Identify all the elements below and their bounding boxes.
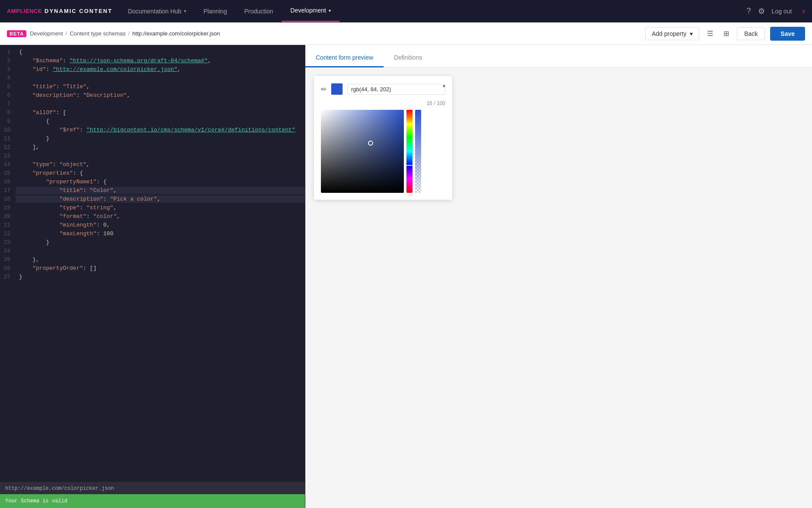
editor-panel: 1 { 2 "$schema": "http://json-schema.org… (0, 45, 305, 508)
logout-button[interactable]: Log out (772, 8, 792, 15)
validation-bar: Your Schema is valid (0, 494, 305, 508)
editor-line: 15 "properties": { (0, 169, 305, 178)
brand-dynamic-text: DYNAMIC CONTENT (44, 8, 112, 14)
preview-body: ✏ ▾ 16 / 100 (305, 67, 812, 508)
sub-header-right: Add property ▾ ☰ ⊞ Back Save (645, 27, 805, 41)
color-picker-header: ✏ ▾ (321, 83, 445, 95)
editor-line: 19 "type": "string", (0, 204, 305, 213)
back-button[interactable]: Back (737, 27, 765, 40)
brand-amplience-highlight: AMPLIENCE (7, 8, 42, 14)
add-property-button[interactable]: Add property ▾ (645, 27, 699, 40)
breadcrumb-current-url: http://example.com/colorpicker.json (132, 30, 220, 37)
editor-line: 18 "description": "Pick a color", (0, 195, 305, 204)
color-swatch[interactable] (331, 83, 343, 95)
color-picker-canvas (321, 110, 445, 193)
gear-icon[interactable]: ⚙ (758, 6, 765, 16)
color-picker-widget: ✏ ▾ 16 / 100 (314, 76, 452, 200)
preview-tabs: Content form preview Definitions (305, 45, 812, 67)
tab-content-form-preview[interactable]: Content form preview (305, 49, 384, 67)
eyedropper-icon[interactable]: ✏ (321, 85, 327, 93)
status-bar: http://example.com/colorpicker.json (0, 482, 305, 494)
nav-item-planning[interactable]: Planning (195, 0, 236, 22)
hue-slider[interactable] (406, 110, 412, 193)
editor-line: 26 "propertyOrder": [] (0, 265, 305, 273)
editor-line: 14 "type": "object", (0, 161, 305, 169)
tab-definitions[interactable]: Definitions (384, 49, 432, 67)
editor-line: 20 "format": "color", (0, 213, 305, 221)
color-gradient-canvas[interactable] (321, 110, 404, 193)
breadcrumb-content-type-schemas[interactable]: Content type schemas (70, 30, 125, 37)
editor-line: 24 (0, 247, 305, 256)
list-view-icon[interactable]: ☰ (704, 27, 716, 40)
sub-header-left: BETA Development / Content type schemas … (7, 30, 220, 37)
settings-sliders-icon[interactable]: ⊞ (721, 27, 732, 40)
main-content: 1 { 2 "$schema": "http://json-schema.org… (0, 45, 812, 508)
chevron-down-icon: ▾ (184, 9, 186, 13)
nav-right-actions: ? ⚙ Log out › (740, 6, 812, 16)
editor-line: 21 "minLength": 0, (0, 221, 305, 230)
validation-message: Your Schema is valid (5, 498, 67, 504)
editor-line: 17 "title": "Color", (0, 187, 305, 195)
breadcrumb-separator-1: / (66, 30, 67, 37)
chevron-down-icon[interactable]: ▾ (443, 83, 445, 89)
breadcrumb-separator-2: / (128, 30, 130, 37)
chevron-down-icon: ▾ (329, 8, 331, 13)
alpha-slider[interactable] (415, 110, 421, 193)
editor-line: 7 (0, 100, 305, 109)
hue-indicator (406, 165, 412, 166)
editor-line: 9 { (0, 118, 305, 126)
status-url: http://example.com/colorpicker.json (5, 486, 114, 492)
editor-line: 2 "$schema": "http://json-schema.org/dra… (0, 57, 305, 66)
sub-header: BETA Development / Content type schemas … (0, 22, 812, 45)
editor-line: 1 { (0, 48, 305, 57)
editor-line: 11 } (0, 135, 305, 144)
editor-line: 16 "propertyName1": { (0, 178, 305, 187)
nav-chevron-icon: › (802, 6, 805, 16)
save-button[interactable]: Save (770, 27, 805, 41)
editor-line: 13 (0, 152, 305, 161)
editor-line: 8 "allOf": [ (0, 109, 305, 118)
editor-line: 27 } (0, 273, 305, 282)
color-cursor[interactable] (368, 141, 373, 146)
editor-line: 23 } (0, 239, 305, 247)
chevron-down-icon: ▾ (690, 30, 693, 37)
editor-line: 22 "maxLength": 100 (0, 230, 305, 239)
color-value-input[interactable] (347, 84, 445, 95)
breadcrumb: Development / Content type schemas / htt… (30, 30, 220, 37)
top-navigation: AMPLIENCE DYNAMIC CONTENT Documentation … (0, 0, 812, 22)
breadcrumb-development[interactable]: Development (30, 30, 63, 37)
editor-line: 12 ], (0, 144, 305, 152)
char-counter: 16 / 100 (427, 100, 445, 106)
nav-item-documentation-hub[interactable]: Documentation Hub ▾ (119, 0, 195, 22)
brand-amplience-text: AMPLIENCE (7, 8, 42, 14)
beta-badge: BETA (7, 30, 26, 37)
preview-panel: Content form preview Definitions ✏ ▾ 16 … (305, 45, 812, 508)
editor-line: 5 "title": "Title", (0, 83, 305, 92)
nav-items: Documentation Hub ▾ Planning Production … (119, 0, 739, 22)
brand-logo: AMPLIENCE DYNAMIC CONTENT (0, 0, 119, 22)
counter-row: 16 / 100 (321, 100, 445, 106)
nav-item-production[interactable]: Production (235, 0, 282, 22)
editor-line: 25 }, (0, 256, 305, 265)
editor-line: 3 "id": "http://example.com/colorpicker.… (0, 66, 305, 74)
help-icon[interactable]: ? (747, 6, 751, 16)
editor-line: 4 (0, 74, 305, 83)
code-editor[interactable]: 1 { 2 "$schema": "http://json-schema.org… (0, 45, 305, 482)
editor-line: 10 "$ref": "http://bigcontent.io/cms/sch… (0, 126, 305, 135)
editor-line: 6 "description": "Description", (0, 92, 305, 100)
nav-item-development[interactable]: Development ▾ (282, 0, 339, 22)
